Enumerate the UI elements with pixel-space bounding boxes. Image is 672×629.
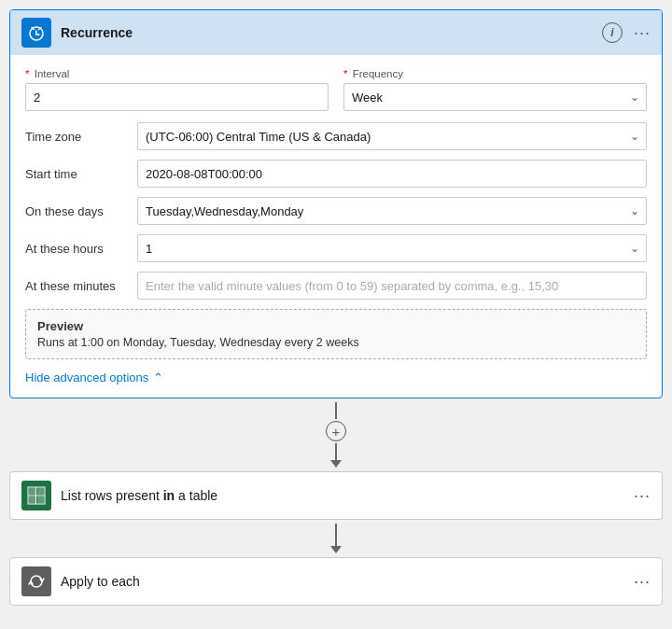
loop-icon [21,566,51,596]
connector-1: + [9,402,663,468]
alarm-clock-icon [27,23,46,42]
hide-advanced-label: Hide advanced options [25,370,148,384]
svg-rect-7 [29,496,35,503]
list-rows-highlight: in [163,488,175,503]
frequency-select[interactable]: Minute Hour Day Week Month [343,83,647,111]
interval-required: * [25,68,29,79]
timezone-select-wrap: (UTC-06:00) Central Time (US & Canada) ⌄ [137,122,647,150]
list-rows-card-left: List rows present in a table [21,481,217,510]
recurrence-icon [21,18,51,48]
header-right: i ··· [602,22,651,43]
timezone-row: Time zone (UTC-06:00) Central Time (US &… [25,122,647,150]
at-these-minutes-label: At these minutes [25,279,137,293]
frequency-group: * Frequency Minute Hour Day Week Month ⌄ [343,68,647,111]
card-title: Recurrence [61,25,133,40]
start-time-label: Start time [25,167,137,181]
connector-line-top [335,402,337,419]
at-these-minutes-row: At these minutes [25,272,647,300]
list-rows-more-options-button[interactable]: ··· [634,486,651,506]
start-time-input[interactable] [137,160,647,188]
chevron-up-icon: ⌃ [153,370,163,384]
interval-input[interactable] [25,83,329,111]
apply-to-each-title: Apply to each [61,574,140,589]
on-these-days-select[interactable]: Tuesday,Wednesday,Monday [137,197,647,225]
svg-rect-5 [29,488,35,495]
add-step-button-1[interactable]: + [326,421,346,441]
connector-arrow-2 [330,546,342,553]
connector-line-2 [335,524,337,546]
frequency-label: * Frequency [343,68,647,79]
on-these-days-row: On these days Tuesday,Wednesday,Monday ⌄ [25,197,647,225]
start-time-row: Start time [25,160,647,188]
excel-grid-icon [27,486,46,505]
header-left: Recurrence [21,18,133,48]
info-button[interactable]: i [602,22,623,43]
interval-group: * Interval [25,68,329,111]
apply-to-each-card: Apply to each ··· [9,557,663,606]
interval-frequency-row: * Interval * Frequency Minute Hour D [25,68,647,111]
at-these-hours-label: At these hours [25,242,137,256]
at-these-hours-select[interactable]: 1 [137,234,647,262]
recurrence-card: Recurrence i ··· * Interval * [9,9,663,398]
timezone-select[interactable]: (UTC-06:00) Central Time (US & Canada) [137,122,647,150]
on-these-days-label: On these days [25,204,137,218]
more-options-button[interactable]: ··· [634,23,651,43]
connector-arrow-1 [330,460,342,468]
at-these-minutes-input[interactable] [137,272,647,300]
card-header: Recurrence i ··· [10,10,662,55]
list-rows-card: List rows present in a table ··· [9,471,663,520]
preview-box: Preview Runs at 1:00 on Monday, Tuesday,… [25,309,647,359]
at-these-hours-select-wrap: 1 ⌄ [137,234,647,262]
at-these-hours-row: At these hours 1 ⌄ [25,234,647,262]
apply-to-each-more-options-button[interactable]: ··· [634,572,651,592]
excel-icon [21,481,51,510]
preview-text: Runs at 1:00 on Monday, Tuesday, Wednesd… [37,336,635,349]
svg-rect-8 [37,496,44,503]
connector-2 [9,524,663,553]
svg-rect-6 [37,488,44,495]
timezone-label: Time zone [25,130,137,144]
hide-advanced-button[interactable]: Hide advanced options ⌃ [25,370,163,384]
start-time-control [137,160,647,188]
apply-to-each-card-left: Apply to each [21,566,140,596]
connector-line-bottom [335,443,337,460]
interval-label: * Interval [25,68,329,79]
preview-title: Preview [37,319,635,333]
on-these-days-select-wrap: Tuesday,Wednesday,Monday ⌄ [137,197,647,225]
frequency-select-wrap: Minute Hour Day Week Month ⌄ [343,83,647,111]
at-these-minutes-control [137,272,647,300]
loop-arrows-icon [27,572,46,591]
frequency-required: * [343,68,347,79]
list-rows-title: List rows present in a table [61,488,217,503]
card-body: * Interval * Frequency Minute Hour D [10,55,662,398]
